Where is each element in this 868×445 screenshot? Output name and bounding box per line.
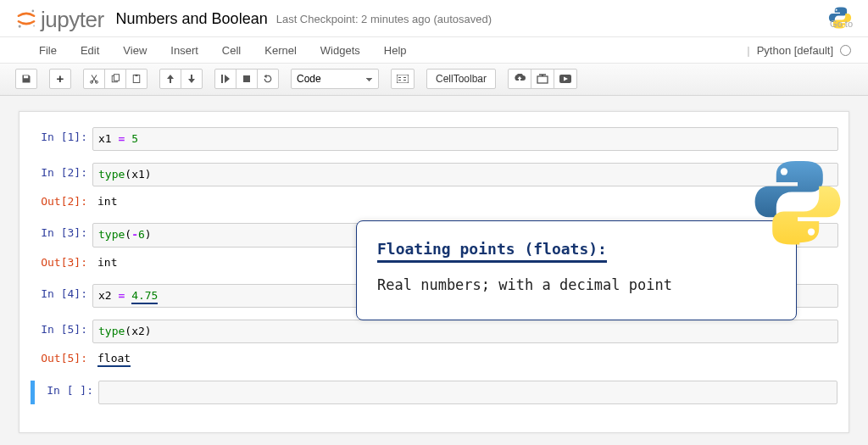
notebook-header: jupyter Numbers and Boolean Last Checkpo… (0, 0, 868, 36)
in-prompt: In [4]: (30, 284, 92, 308)
menubar: FileEditViewInsertCellKernelWidgetsHelp … (0, 36, 868, 64)
in-prompt: In [ ]: (36, 381, 98, 404)
callout-body: Real numbers; with a decimal point (377, 275, 776, 296)
code-cell[interactable]: In [1]:x1 = 5 (30, 127, 838, 151)
code-cell[interactable]: In [ ]: (30, 380, 838, 405)
menu-cell[interactable]: Cell (210, 39, 253, 62)
kernel-name: Python [default] (757, 44, 833, 57)
code-input[interactable]: type(x2) (92, 320, 838, 343)
menu-view[interactable]: View (111, 39, 159, 62)
code-input[interactable]: type(x1) (92, 163, 838, 186)
celltoolbar-button[interactable]: CellToolbar (426, 69, 496, 89)
menu-kernel[interactable]: Kernel (253, 39, 309, 62)
svg-rect-13 (397, 75, 409, 83)
code-cell[interactable]: In [5]:type(x2) (30, 320, 838, 343)
python-logo-large (751, 155, 844, 251)
paste-button[interactable] (125, 69, 147, 89)
svg-point-2 (33, 25, 35, 26)
svg-rect-11 (221, 75, 223, 83)
menu-edit[interactable]: Edit (69, 39, 111, 62)
svg-rect-16 (403, 77, 406, 78)
output-text: float (92, 348, 838, 368)
jupyter-logo[interactable]: jupyter (15, 5, 104, 33)
code-input[interactable]: x1 = 5 (92, 127, 838, 151)
restart-button[interactable] (257, 69, 279, 89)
svg-rect-12 (243, 75, 250, 82)
copy-button[interactable] (104, 69, 126, 89)
svg-rect-18 (537, 76, 548, 83)
move-up-button[interactable] (159, 69, 181, 89)
notebook-title[interactable]: Numbers and Boolean (116, 10, 268, 28)
menu-insert[interactable]: Insert (159, 39, 210, 62)
in-prompt: In [5]: (30, 320, 92, 343)
output-row: Out[2]:int (30, 192, 838, 211)
goto-hint: Go to (830, 19, 853, 29)
callout-title: Floating points (floats): (377, 240, 607, 263)
svg-point-21 (808, 228, 815, 235)
output-text: int (92, 192, 838, 211)
svg-rect-14 (398, 77, 401, 78)
in-prompt: In [1]: (30, 127, 92, 151)
jupyter-icon (15, 8, 37, 30)
svg-rect-10 (136, 74, 138, 75)
kernel-indicator[interactable]: | Python [default] (747, 44, 851, 57)
svg-rect-17 (403, 80, 406, 81)
command-palette-button[interactable] (391, 69, 415, 89)
explanation-callout: Floating points (floats): Real numbers; … (356, 220, 797, 320)
cut-button[interactable] (83, 69, 105, 89)
kernel-idle-icon (840, 45, 851, 56)
jupyter-wordmark: jupyter (41, 7, 104, 33)
out-prompt: Out[5]: (30, 348, 92, 368)
menu-help[interactable]: Help (372, 39, 419, 62)
checkpoint-text: Last Checkpoint: 2 minutes ago (autosave… (276, 13, 492, 25)
upload-button[interactable] (508, 69, 531, 89)
svg-point-20 (781, 168, 787, 175)
run-button[interactable] (214, 69, 236, 89)
in-prompt: In [2]: (30, 163, 92, 186)
out-prompt: Out[3]: (30, 253, 92, 272)
menu-file[interactable]: File (27, 39, 69, 62)
svg-rect-8 (114, 74, 120, 81)
code-cell[interactable]: In [2]:type(x1) (30, 163, 838, 186)
toolbar: + Code (0, 64, 868, 96)
svg-rect-15 (398, 80, 401, 81)
open-button[interactable] (531, 69, 554, 89)
present-button[interactable] (554, 69, 577, 89)
svg-point-3 (836, 9, 837, 11)
code-input[interactable] (98, 381, 837, 404)
insert-cell-button[interactable]: + (49, 69, 71, 89)
menu-widgets[interactable]: Widgets (309, 39, 372, 62)
interrupt-button[interactable] (236, 69, 258, 89)
save-button[interactable] (15, 69, 37, 89)
output-row: Out[5]:float (30, 348, 838, 368)
move-down-button[interactable] (181, 69, 203, 89)
out-prompt: Out[2]: (30, 192, 92, 211)
svg-point-0 (32, 10, 35, 13)
in-prompt: In [3]: (30, 223, 92, 247)
svg-point-1 (19, 25, 21, 28)
celltype-select[interactable]: Code (291, 69, 379, 89)
